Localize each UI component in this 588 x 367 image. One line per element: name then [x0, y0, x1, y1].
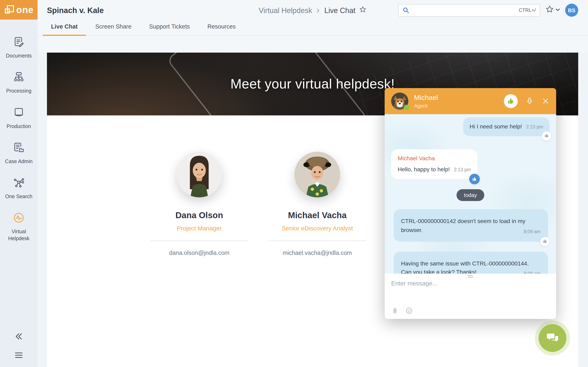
team-member-email[interactable]: michael.vacha@jndla.com	[283, 250, 352, 256]
sidebar-item-case-admin[interactable]: Case Admin	[0, 136, 38, 171]
global-search: CTRL+/	[398, 4, 540, 17]
sidebar-collapse-button[interactable]	[14, 332, 23, 341]
topbar: Spinach v. Kale Virtual Helpdesk Live Ch…	[38, 0, 588, 20]
sidebar-menu-button[interactable]	[14, 351, 23, 360]
sidebar-item-label: Virtual Helpdesk	[1, 229, 37, 242]
favorites-menu[interactable]	[545, 5, 560, 16]
minimize-chat-button[interactable]	[526, 97, 534, 105]
incoming-message: Michael VachaHello, happy to help!2:13 p…	[391, 149, 477, 179]
sidebar-item-label: Processing	[6, 88, 31, 95]
message-input[interactable]	[391, 280, 550, 287]
tab-live-chat[interactable]: Live Chat	[47, 23, 82, 35]
team-member-name: Michael Vacha	[288, 210, 346, 220]
sidebar: one DocumentsProcessingProductionCase Ad…	[0, 0, 38, 367]
agent-role: Agent	[414, 103, 504, 109]
team-member-email[interactable]: dana.olson@jndla.com	[169, 250, 229, 256]
sidebar-item-processing[interactable]: Processing	[0, 66, 38, 101]
logo-squares-icon	[4, 4, 15, 15]
message-sender: Michael Vacha	[398, 154, 471, 163]
thumbs-up-icon	[507, 98, 515, 105]
outgoing-message: Having the same issue with CTRL-00000000…	[394, 251, 548, 274]
tab-resources[interactable]: Resources	[203, 23, 240, 35]
sidebar-nav: DocumentsProcessingProductionCase AdminO…	[0, 30, 38, 248]
team-card-michael-vacha: Michael VachaSenior eDiscovery Analystmi…	[260, 152, 374, 256]
agent-avatar	[391, 92, 408, 110]
sidebar-item-label: Documents	[6, 53, 32, 59]
rate-chat-button[interactable]	[504, 94, 518, 108]
search-icon	[403, 7, 409, 13]
tab-screen-share[interactable]: Screen Share	[91, 23, 136, 35]
team-photo	[176, 152, 222, 197]
sidebar-item-label: One Search	[5, 193, 32, 200]
message-time: 2:13 pm	[454, 167, 471, 172]
divider	[150, 241, 248, 241]
sidebar-item-one-search[interactable]: One Search	[0, 171, 38, 206]
team-member-role: Senior eDiscovery Analyst	[282, 225, 353, 232]
message-time: 8:09 am	[524, 271, 541, 274]
breadcrumb-parent[interactable]: Virtual Helpdesk	[259, 6, 312, 15]
one-search-icon	[13, 176, 25, 191]
emoji-icon[interactable]	[406, 307, 413, 314]
chevron-down-icon	[555, 7, 560, 14]
message-text: Hello, happy to help!	[398, 166, 450, 173]
sidebar-item-production[interactable]: Production	[0, 100, 38, 136]
virtual-helpdesk-icon	[13, 212, 25, 226]
outgoing-message: CTRL-000000000142 doesn't seem to load i…	[394, 209, 548, 242]
arrow-down-icon	[526, 97, 534, 105]
attachment-icon[interactable]	[391, 307, 398, 314]
message-text: Having the same issue with CTRL-00000000…	[401, 260, 529, 274]
close-chat-button[interactable]	[541, 97, 550, 105]
online-status-dot	[404, 105, 409, 110]
sidebar-item-virtual-helpdesk[interactable]: Virtual Helpdesk	[0, 206, 38, 248]
app-root: one DocumentsProcessingProductionCase Ad…	[0, 0, 588, 367]
message-text: CTRL-000000000142 doesn't seem to load i…	[401, 218, 525, 233]
app-logo[interactable]: one	[0, 0, 38, 20]
hero-title: Meet your virtual helpdesk!	[231, 76, 395, 92]
chat-bubbles-icon	[546, 332, 559, 345]
chat-header: Michael Agent	[385, 88, 556, 114]
processing-icon	[13, 71, 25, 85]
liked-reaction-badge[interactable]	[469, 174, 480, 184]
production-icon	[13, 106, 25, 120]
message-text: Hi I need some help!	[470, 123, 522, 130]
chat-input-area	[385, 274, 556, 319]
favorite-page-star-icon[interactable]	[359, 6, 367, 16]
sidebar-item-label: Production	[7, 123, 31, 130]
chat-message-list[interactable]: Hi I need some help!2:13 pmMichael Vacha…	[385, 114, 556, 274]
logo-text: one	[16, 5, 34, 15]
sidebar-item-label: Case Admin	[5, 158, 33, 165]
team-photo	[294, 152, 340, 197]
tabs-row: Live ChatScreen ShareSupport TicketsReso…	[38, 20, 588, 35]
breadcrumb-separator	[316, 6, 321, 15]
case-admin-icon	[13, 142, 25, 155]
tab-support-tickets[interactable]: Support Tickets	[145, 23, 194, 35]
double-chevron-left-icon	[14, 332, 23, 341]
like-message-button[interactable]	[542, 131, 551, 141]
chat-date-divider: today	[457, 189, 484, 201]
like-message-button[interactable]	[540, 237, 550, 246]
search-input[interactable]	[412, 7, 516, 13]
documents-icon	[13, 36, 25, 50]
message-time: 2:13 pm	[526, 124, 543, 129]
open-chat-fab[interactable]	[539, 324, 566, 352]
breadcrumb-current: Live Chat	[324, 6, 355, 15]
team-card-dana-olson: Dana OlsonProject Managerdana.olson@jndl…	[142, 152, 256, 256]
message-time: 8:09 am	[524, 228, 541, 236]
divider	[268, 241, 366, 241]
resize-handle[interactable]	[468, 275, 473, 278]
close-icon	[541, 97, 550, 105]
team-member-role: Project Manager	[177, 225, 222, 232]
search-shortcut-hint: CTRL+/	[519, 7, 536, 13]
team-member-name: Dana Olson	[175, 210, 223, 220]
chat-widget: Michael Agent	[385, 88, 556, 319]
sidebar-item-documents[interactable]: Documents	[0, 30, 38, 66]
agent-name: Michael	[414, 94, 504, 102]
outgoing-message: Hi I need some help!2:13 pm	[463, 117, 550, 136]
favorites-star-icon	[545, 5, 554, 16]
user-avatar[interactable]: BS	[565, 4, 578, 17]
hamburger-icon	[14, 351, 23, 360]
